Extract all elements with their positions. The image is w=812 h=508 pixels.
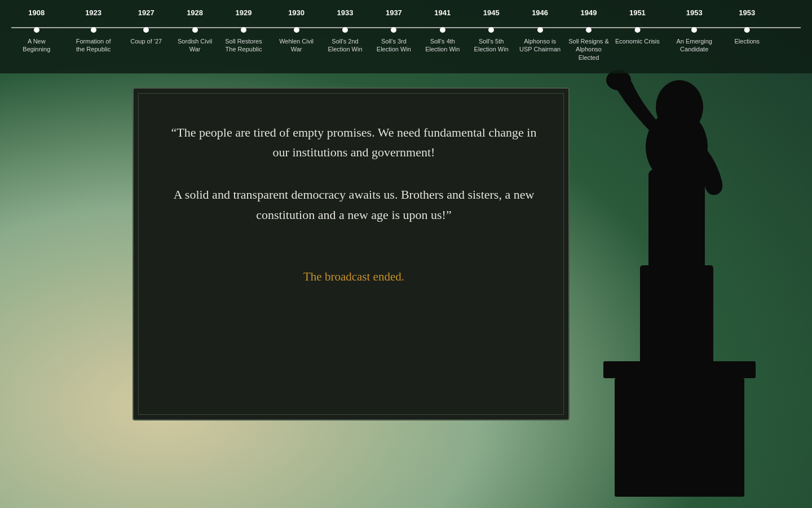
- quote-text-part1: “The people are tired of empty promises.…: [167, 122, 540, 162]
- timeline-year-11: 1949: [581, 8, 597, 17]
- timeline-item-1949-11[interactable]: 1949Soll Resigns & Alphonso Elected: [566, 8, 611, 62]
- timeline-dot-14: [744, 27, 750, 33]
- silhouette-figure: [530, 56, 812, 497]
- timeline-dot-10: [537, 27, 543, 33]
- timeline-item-1946-10[interactable]: 1946Alphonso is USP Chairman: [518, 8, 563, 54]
- timeline-label-8: Soll's 4th Election Win: [420, 37, 465, 54]
- timeline-dot-3: [192, 27, 198, 33]
- timeline-item-1923-1[interactable]: 1923Formation of the Republic: [71, 8, 116, 54]
- timeline-dot-1: [91, 27, 96, 33]
- timeline-year-12: 1951: [629, 8, 646, 17]
- timeline-year-3: 1928: [187, 8, 203, 17]
- timeline-item-1951-12[interactable]: 1951Economic Crisis: [615, 8, 660, 45]
- timeline-year-13: 1953: [686, 8, 703, 17]
- timeline-label-5: Wehlen Civil War: [274, 37, 319, 54]
- timeline-dot-11: [586, 27, 592, 33]
- timeline-dot-5: [294, 27, 299, 33]
- timeline-dot-9: [488, 27, 494, 33]
- timeline-label-1: Formation of the Republic: [71, 37, 116, 54]
- timeline-year-0: 1908: [28, 8, 45, 17]
- timeline-year-4: 1929: [236, 8, 252, 17]
- timeline-items: 1908A New Beginning1923Formation of the …: [0, 8, 812, 82]
- timeline-label-9: Soll's 5th Election Win: [469, 37, 514, 54]
- timeline-label-12: Economic Crisis: [615, 37, 660, 45]
- timeline-item-1933-6[interactable]: 1933Soll's 2nd Election Win: [323, 8, 368, 54]
- timeline-item-1953-14[interactable]: 1953Elections: [734, 8, 760, 45]
- timeline-year-2: 1927: [138, 8, 155, 17]
- timeline-label-3: Sordish Civil War: [173, 37, 218, 54]
- screen-box: “The people are tired of empty promises.…: [133, 87, 570, 421]
- timeline-label-6: Soll's 2nd Election Win: [323, 37, 368, 54]
- svg-rect-6: [615, 378, 744, 497]
- timeline-item-1937-7[interactable]: 1937Soll's 3rd Election Win: [371, 8, 416, 54]
- timeline-label-0: A New Beginning: [14, 37, 59, 54]
- timeline-dot-13: [691, 27, 697, 33]
- timeline-year-10: 1946: [532, 8, 548, 17]
- timeline-label-14: Elections: [734, 37, 760, 45]
- timeline-dot-8: [440, 27, 445, 33]
- timeline-item-1908-0[interactable]: 1908A New Beginning: [14, 8, 59, 54]
- timeline-label-7: Soll's 3rd Election Win: [371, 37, 416, 54]
- main-content: “The people are tired of empty promises.…: [0, 73, 812, 508]
- timeline-item-1930-5[interactable]: 1930Wehlen Civil War: [274, 8, 319, 54]
- timeline-label-2: Coup of '27: [130, 37, 162, 45]
- timeline-year-6: 1933: [337, 8, 354, 17]
- timeline-dot-6: [342, 27, 348, 33]
- timeline-label-11: Soll Resigns & Alphonso Elected: [566, 37, 611, 62]
- timeline-item-1953-13[interactable]: 1953An Emerging Candidate: [672, 8, 717, 54]
- timeline-year-8: 1941: [434, 8, 451, 17]
- svg-rect-5: [603, 361, 756, 378]
- timeline-item-1929-4[interactable]: 1929Soll Restores The Republic: [221, 8, 266, 54]
- timeline-label-13: An Emerging Candidate: [672, 37, 717, 54]
- svg-rect-3: [648, 169, 705, 271]
- timeline-dot-0: [34, 27, 39, 33]
- timeline-year-9: 1945: [483, 8, 500, 17]
- timeline-item-1941-8[interactable]: 1941Soll's 4th Election Win: [420, 8, 465, 54]
- timeline-year-7: 1937: [386, 8, 402, 17]
- svg-point-1: [656, 80, 703, 134]
- timeline-bar: 1908A New Beginning1923Formation of the …: [0, 0, 812, 73]
- quote-text-part2: A solid and transparent democracy awaits…: [167, 185, 540, 224]
- timeline-year-1: 1923: [85, 8, 102, 17]
- timeline-dot-12: [634, 27, 640, 33]
- timeline-dot-4: [241, 27, 246, 33]
- timeline-item-1928-3[interactable]: 1928Sordish Civil War: [173, 8, 218, 54]
- timeline-item-1945-9[interactable]: 1945Soll's 5th Election Win: [469, 8, 514, 54]
- timeline-label-10: Alphonso is USP Chairman: [518, 37, 563, 54]
- timeline-year-5: 1930: [288, 8, 304, 17]
- timeline-year-14: 1953: [739, 8, 755, 17]
- timeline-dot-2: [143, 27, 149, 33]
- timeline-label-4: Soll Restores The Republic: [221, 37, 266, 54]
- timeline-dot-7: [391, 27, 396, 33]
- broadcast-ended-text: The broadcast ended.: [167, 270, 540, 284]
- timeline-item-1927-2[interactable]: 1927Coup of '27: [130, 8, 162, 45]
